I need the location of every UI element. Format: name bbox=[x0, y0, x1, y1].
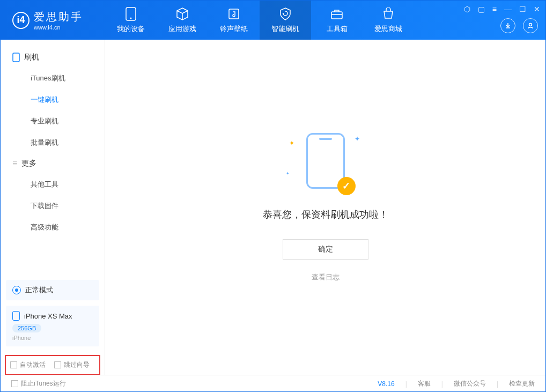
shirt-icon[interactable]: ⬡ bbox=[464, 5, 470, 13]
footer-link-support[interactable]: 客服 bbox=[418, 379, 431, 388]
sidebar-item-itunes-flash[interactable]: iTunes刷机 bbox=[1, 68, 105, 89]
app-url: www.i4.cn bbox=[34, 24, 83, 31]
phone-icon bbox=[12, 311, 20, 321]
checkbox-skip-guide[interactable]: 跳过向导 bbox=[54, 360, 90, 369]
mode-label: 正常模式 bbox=[25, 285, 53, 295]
download-icon bbox=[504, 22, 512, 29]
sparkle-icon: ✦ bbox=[286, 171, 290, 176]
tab-apps-games[interactable]: 应用游戏 bbox=[157, 1, 208, 40]
list-icon: ≡ bbox=[12, 159, 17, 168]
cube-icon bbox=[175, 7, 189, 21]
sidebar-item-other-tools[interactable]: 其他工具 bbox=[1, 174, 105, 195]
sparkle-icon: ✦ bbox=[289, 139, 294, 147]
close-button[interactable]: ✕ bbox=[534, 5, 540, 13]
sidebar-item-batch-flash[interactable]: 批量刷机 bbox=[1, 132, 105, 153]
version-label: V8.16 bbox=[378, 380, 394, 388]
app-body: 刷机 iTunes刷机 一键刷机 专业刷机 批量刷机 ≡ 更多 其他工具 下载固… bbox=[1, 40, 545, 375]
device-row: iPhone XS Max bbox=[12, 311, 93, 321]
music-icon bbox=[227, 7, 241, 21]
logo-icon: i4 bbox=[12, 12, 29, 29]
tab-ringtones-wallpapers[interactable]: 铃声壁纸 bbox=[208, 1, 260, 40]
svg-rect-3 bbox=[331, 12, 342, 19]
menu-icon[interactable]: ≡ bbox=[492, 5, 497, 13]
tab-label: 我的设备 bbox=[117, 24, 145, 34]
checkbox-icon bbox=[10, 361, 17, 368]
checkbox-icon bbox=[54, 361, 61, 368]
sidebar-item-download-firmware[interactable]: 下载固件 bbox=[1, 195, 105, 217]
toolbox-icon bbox=[330, 7, 344, 21]
mode-box[interactable]: 正常模式 bbox=[6, 280, 99, 300]
highlighted-checks: 自动激活 跳过向导 bbox=[5, 355, 100, 375]
check-badge-icon: ✓ bbox=[337, 177, 356, 195]
maximize-button[interactable]: ☐ bbox=[519, 5, 526, 13]
app-title: 爱思助手 bbox=[34, 10, 83, 24]
svg-rect-5 bbox=[13, 53, 19, 62]
tab-label: 应用游戏 bbox=[168, 24, 196, 34]
user-button[interactable] bbox=[523, 18, 538, 33]
success-message: 恭喜您，保资料刷机成功啦！ bbox=[263, 208, 388, 221]
sidebar-item-oneclick-flash[interactable]: 一键刷机 bbox=[1, 89, 105, 110]
logo-area: i4 爱思助手 www.i4.cn bbox=[1, 10, 105, 31]
device-box[interactable]: iPhone XS Max 256GB iPhone bbox=[6, 306, 99, 346]
sidebar-scroll: 刷机 iTunes刷机 一键刷机 专业刷机 批量刷机 ≡ 更多 其他工具 下载固… bbox=[1, 40, 105, 280]
checkbox-label: 阻止iTunes运行 bbox=[21, 379, 66, 388]
svg-point-4 bbox=[529, 24, 532, 26]
logo-text: 爱思助手 www.i4.cn bbox=[34, 10, 83, 31]
sidebar-group-more: ≡ 更多 bbox=[1, 153, 105, 174]
footer-link-update[interactable]: 检查更新 bbox=[509, 379, 535, 388]
divider: | bbox=[497, 380, 498, 388]
sidebar-item-advanced[interactable]: 高级功能 bbox=[1, 217, 105, 238]
sidebar-item-pro-flash[interactable]: 专业刷机 bbox=[1, 110, 105, 132]
footer: 阻止iTunes运行 V8.16 | 客服 | 微信公众号 | 检查更新 bbox=[1, 375, 545, 392]
divider: | bbox=[441, 380, 443, 388]
tab-label: 智能刷机 bbox=[271, 24, 299, 34]
success-illustration: ✦ ✦ ✦ ✓ bbox=[299, 133, 352, 192]
tab-shop[interactable]: 爱思商城 bbox=[363, 1, 414, 40]
tab-toolbox[interactable]: 工具箱 bbox=[311, 1, 363, 40]
phone-icon bbox=[12, 53, 20, 62]
download-button[interactable] bbox=[500, 18, 515, 33]
checkbox-auto-activate[interactable]: 自动激活 bbox=[10, 360, 46, 369]
divider: | bbox=[405, 380, 407, 388]
minimize-button[interactable]: — bbox=[504, 5, 512, 13]
device-type: iPhone bbox=[12, 335, 93, 341]
ok-button[interactable]: 确定 bbox=[283, 239, 368, 260]
mode-indicator-icon bbox=[12, 286, 21, 294]
shield-icon bbox=[278, 7, 292, 21]
tab-label: 爱思商城 bbox=[374, 24, 402, 34]
tab-label: 铃声壁纸 bbox=[220, 24, 248, 34]
main-tabs: 我的设备 应用游戏 铃声壁纸 智能刷机 工具箱 爱思商城 bbox=[105, 1, 414, 40]
sidebar-group-label: 刷机 bbox=[24, 53, 39, 62]
window-controls: ⬡ ▢ ≡ — ☐ ✕ bbox=[464, 5, 540, 13]
svg-point-1 bbox=[130, 17, 132, 19]
svg-rect-2 bbox=[229, 9, 239, 19]
header-right bbox=[500, 18, 538, 33]
device-icon bbox=[124, 7, 138, 21]
sidebar-group-label: 更多 bbox=[21, 159, 36, 168]
checkbox-block-itunes[interactable]: 阻止iTunes运行 bbox=[11, 379, 66, 388]
footer-link-wechat[interactable]: 微信公众号 bbox=[454, 379, 486, 388]
storage-badge: 256GB bbox=[12, 324, 41, 332]
sidebar: 刷机 iTunes刷机 一键刷机 专业刷机 批量刷机 ≡ 更多 其他工具 下载固… bbox=[1, 40, 105, 375]
tab-smart-flash[interactable]: 智能刷机 bbox=[260, 1, 311, 40]
checkbox-label: 自动激活 bbox=[20, 360, 46, 369]
tab-my-device[interactable]: 我的设备 bbox=[105, 1, 157, 40]
checkbox-icon bbox=[11, 380, 18, 387]
checkbox-label: 跳过向导 bbox=[64, 360, 90, 369]
sparkle-icon: ✦ bbox=[355, 135, 360, 143]
footer-right: V8.16 | 客服 | 微信公众号 | 检查更新 bbox=[378, 379, 535, 388]
app-header: i4 爱思助手 www.i4.cn 我的设备 应用游戏 铃声壁纸 智能刷机 工具… bbox=[1, 1, 545, 40]
lock-icon[interactable]: ▢ bbox=[478, 5, 485, 13]
user-icon bbox=[527, 22, 534, 29]
sidebar-group-flash: 刷机 bbox=[1, 47, 105, 68]
tab-label: 工具箱 bbox=[327, 24, 348, 34]
main-content: ✦ ✦ ✦ ✓ 恭喜您，保资料刷机成功啦！ 确定 查看日志 bbox=[105, 40, 545, 375]
shop-icon bbox=[381, 7, 395, 21]
device-name: iPhone XS Max bbox=[24, 312, 72, 320]
view-log-link[interactable]: 查看日志 bbox=[312, 272, 340, 282]
